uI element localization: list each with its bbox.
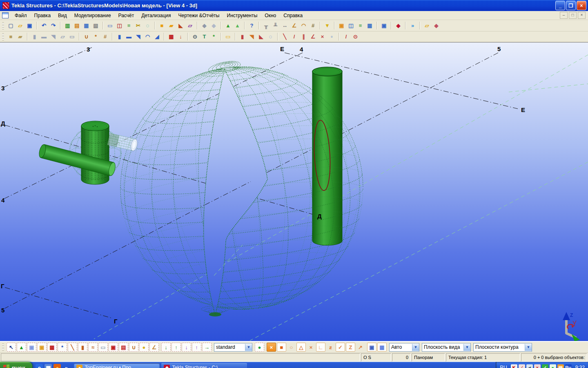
steel-beam-button[interactable]: ▬	[124, 32, 134, 41]
points-up-button[interactable]: ↑	[192, 343, 201, 352]
copy-properties-button[interactable]: ▦	[82, 21, 91, 30]
help-component-button[interactable]: ?	[247, 21, 256, 30]
toolbar-grip[interactable]	[2, 343, 4, 351]
snap-direction-button[interactable]: ↗	[356, 343, 365, 352]
scene-3d[interactable]: 3Е453Д4Г5ЕДГZ	[0, 43, 588, 341]
chevron-down-icon[interactable]: ▼	[412, 344, 419, 351]
new-file-button[interactable]: ▢	[6, 21, 16, 30]
viewport-3d[interactable]: 3Е453Д4Г5ЕДГZ	[0, 42, 588, 341]
select-welds-button[interactable]: ∪	[129, 343, 138, 352]
menu-расчт[interactable]: Расчёт	[115, 12, 138, 19]
item-hand-button[interactable]: *	[91, 32, 100, 41]
export-model-button[interactable]: ◆	[432, 21, 441, 30]
toolbar-grip[interactable]	[2, 33, 4, 40]
concrete-panel-button[interactable]: ▭	[67, 32, 77, 41]
work-plane-combo[interactable]: Плоскость вида▼	[422, 343, 471, 352]
create-point-button[interactable]: ◆	[200, 21, 209, 30]
menu-справка[interactable]: Справка	[280, 12, 306, 19]
concrete-beam-button[interactable]: ▬	[39, 32, 49, 41]
point-line-a-button[interactable]: ╲	[280, 32, 290, 41]
list-view-button[interactable]: ≡	[124, 21, 134, 30]
snap-endpoints-button[interactable]: ■	[277, 343, 286, 352]
t-profile-button[interactable]: T	[200, 32, 209, 41]
mdi-restore-button[interactable]: □	[569, 12, 577, 19]
steel-plate-button[interactable]: ◢	[152, 32, 162, 41]
firefox-icon[interactable]: ●	[53, 364, 61, 368]
snap-points-button[interactable]: ×	[267, 343, 276, 352]
concrete-slab-button[interactable]: ▱	[58, 32, 67, 41]
menu-детализация[interactable]: Детализация	[138, 12, 174, 19]
screenshot-button[interactable]: ▣	[379, 21, 389, 30]
fence-bottom-button[interactable]: ╨	[271, 21, 280, 30]
select-fit-button[interactable]: ▣	[109, 343, 118, 352]
draw-tool-icon[interactable]: ∕	[519, 364, 525, 368]
globe-display-button[interactable]: ●	[255, 343, 264, 352]
gears-button[interactable]: *	[209, 32, 218, 41]
stud-button[interactable]: ↓	[176, 32, 185, 41]
snap-midpoints-button[interactable]: △	[296, 343, 306, 352]
select-columns-button[interactable]: ▮	[78, 343, 87, 352]
phases-button[interactable]: ▣	[337, 21, 346, 30]
pointer-pin-button[interactable]: ▼	[323, 21, 332, 30]
menu-вид[interactable]: Вид	[54, 12, 71, 19]
parallel-points-button[interactable]: ∥	[299, 32, 308, 41]
binoculars-button[interactable]: ⊙	[190, 32, 200, 41]
paste-button[interactable]: ▧	[91, 21, 100, 30]
alert-icon[interactable]: ×	[534, 364, 541, 368]
snap-extension-button[interactable]: Z	[346, 343, 355, 352]
close-button[interactable]: ×	[577, 1, 586, 10]
menu-чертежиотчты[interactable]: Чертежи &Отчёты	[175, 12, 223, 19]
circle-points-button[interactable]: ⊙	[351, 32, 360, 41]
select-pours-button[interactable]: ●	[139, 343, 149, 352]
measure-button[interactable]: ↔	[280, 21, 290, 30]
menu-моделирование[interactable]: Моделирование	[71, 12, 115, 19]
arc-dim-button[interactable]: ◠	[299, 21, 308, 30]
part-orange-button[interactable]: ■	[157, 21, 167, 30]
grid-dim-button[interactable]: #	[308, 21, 318, 30]
component-b-button[interactable]: ▲	[233, 21, 242, 30]
language-indicator[interactable]: RU	[500, 365, 507, 368]
tekla-tool-button[interactable]: ◆	[394, 21, 403, 30]
start-button[interactable]: пуск	[0, 362, 32, 368]
concrete-polybeam-button[interactable]: ◥	[49, 32, 58, 41]
select-gridlines-button[interactable]: ╲	[68, 343, 77, 352]
undo-button[interactable]: ↶	[39, 21, 49, 30]
corner-points-button[interactable]: ∠	[308, 32, 318, 41]
strip-footing-button[interactable]: ▰	[16, 32, 25, 41]
report-button[interactable]: ≡	[356, 21, 365, 30]
volume-icon[interactable]: ◄	[526, 364, 533, 368]
curved-beam-button[interactable]: ◠	[143, 32, 152, 41]
snap-intersections-button[interactable]: ×	[306, 343, 316, 352]
menu-правка[interactable]: Правка	[31, 12, 55, 19]
part-purple-button[interactable]: ▱	[185, 21, 195, 30]
strip-profile-button[interactable]: ∪	[82, 32, 91, 41]
select-region-button[interactable]: ◌	[143, 21, 152, 30]
rebar-corner-button[interactable]: ◣	[256, 32, 266, 41]
import-model-button[interactable]: ▱	[422, 21, 432, 30]
catalog-table-button[interactable]: ▦	[365, 21, 374, 30]
chevron-down-icon[interactable]: ▼	[525, 344, 532, 351]
select-grids-button[interactable]: *	[58, 343, 67, 352]
lang-ru-icon[interactable]: Ru	[565, 364, 572, 368]
select-filter-button[interactable]: ◌	[266, 32, 275, 41]
restore-button[interactable]: ❐	[566, 1, 576, 10]
mdi-close-button[interactable]: ×	[578, 12, 586, 19]
cut-button[interactable]: ✂	[134, 21, 143, 30]
snap-depth-combo[interactable]: Авто▼	[389, 343, 419, 352]
divide-line-button[interactable]: /	[341, 32, 351, 41]
quick-more[interactable]: »	[62, 364, 70, 368]
task-topengineer[interactable]: ●TopEngineer.ru • Про...	[74, 363, 160, 368]
minimize-button[interactable]: _	[555, 1, 565, 10]
more-tools-button[interactable]: »	[408, 21, 417, 30]
rebar-single-button[interactable]: ▮	[238, 32, 247, 41]
select-edges-button[interactable]: ∠	[149, 343, 159, 352]
point-along-line-button[interactable]: ◆	[209, 21, 218, 30]
window-icon[interactable]: ▦	[45, 364, 52, 368]
mdi-minimize-button[interactable]: –	[560, 12, 568, 19]
surface-mesh-button[interactable]: #	[100, 32, 110, 41]
offset-point-button[interactable]: ▫	[327, 32, 336, 41]
snap-free-button[interactable]: ƶ	[326, 343, 335, 352]
angle-dim-button[interactable]: ∠	[290, 21, 299, 30]
pad-footing-button[interactable]: ■	[6, 32, 16, 41]
snap-ortho-button[interactable]: ▣	[367, 343, 376, 352]
